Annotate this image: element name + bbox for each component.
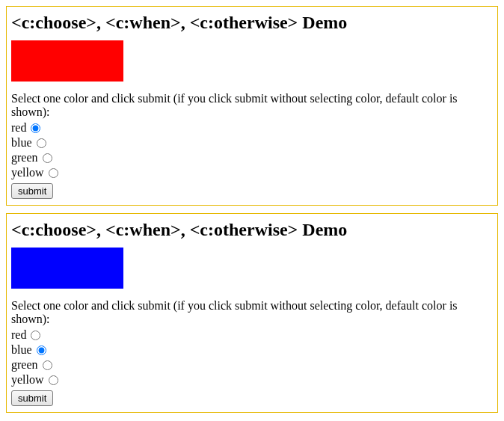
color-swatch (11, 40, 123, 82)
color-option-yellow[interactable]: yellow (11, 372, 493, 387)
option-label: green (11, 357, 38, 372)
radio-blue[interactable] (37, 138, 46, 148)
submit-button[interactable]: submit (11, 390, 53, 406)
option-label: yellow (11, 372, 44, 387)
color-option-yellow[interactable]: yellow (11, 165, 493, 180)
color-option-green[interactable]: green (11, 150, 493, 165)
radio-green[interactable] (43, 360, 52, 370)
panel-title: <c:choose>, <c:when>, <c:otherwise> Demo (11, 13, 493, 33)
color-option-red[interactable]: red (11, 328, 493, 342)
option-label: blue (11, 135, 32, 150)
color-swatch (11, 248, 123, 289)
color-option-red[interactable]: red (11, 120, 493, 135)
option-label: red (11, 328, 26, 342)
instruction-text: Select one color and click submit (if yo… (11, 299, 493, 326)
radio-yellow[interactable] (49, 375, 58, 385)
color-option-blue[interactable]: blue (11, 342, 493, 357)
color-option-blue[interactable]: blue (11, 135, 493, 150)
demo-panel: <c:choose>, <c:when>, <c:otherwise> Demo… (6, 6, 498, 206)
demo-panel: <c:choose>, <c:when>, <c:otherwise> Demo… (6, 213, 498, 413)
radio-green[interactable] (43, 153, 52, 163)
submit-button[interactable]: submit (11, 183, 53, 199)
option-label: yellow (11, 165, 44, 180)
option-label: red (11, 120, 26, 135)
panel-title: <c:choose>, <c:when>, <c:otherwise> Demo (11, 220, 493, 240)
radio-red[interactable] (31, 123, 40, 133)
instruction-text: Select one color and click submit (if yo… (11, 92, 493, 119)
radio-red[interactable] (31, 331, 40, 340)
radio-yellow[interactable] (49, 168, 58, 178)
color-option-green[interactable]: green (11, 357, 493, 372)
option-label: blue (11, 342, 32, 357)
option-label: green (11, 150, 38, 165)
radio-blue[interactable] (37, 345, 46, 355)
